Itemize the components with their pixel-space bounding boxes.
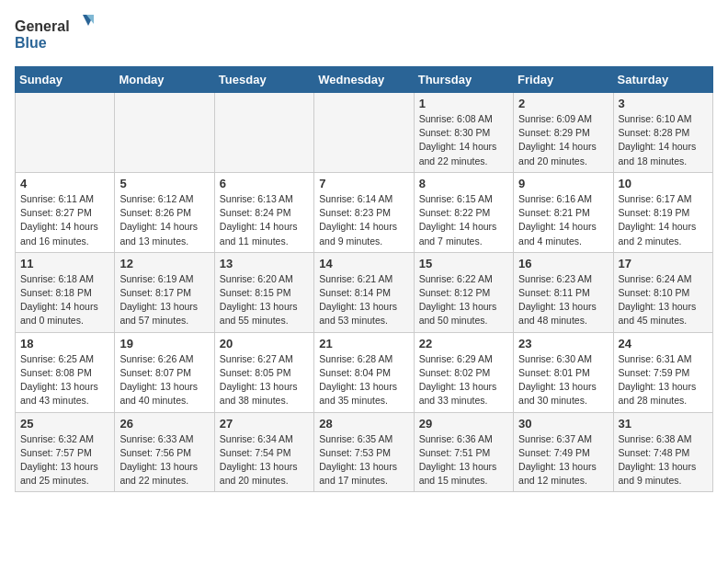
day-cell [115, 93, 214, 173]
day-cell [16, 93, 115, 173]
day-cell: 11Sunrise: 6:18 AMSunset: 8:18 PMDayligh… [16, 252, 115, 332]
day-number: 1 [419, 97, 508, 110]
day-number: 28 [319, 417, 408, 431]
header-monday: Monday [115, 67, 214, 93]
day-cell: 15Sunrise: 6:22 AMSunset: 8:12 PMDayligh… [414, 252, 513, 332]
page-header: General Blue [15, 15, 713, 55]
day-number: 22 [419, 337, 508, 350]
day-info: Sunrise: 6:12 AMSunset: 8:26 PMDaylight:… [119, 192, 209, 248]
day-cell: 29Sunrise: 6:36 AMSunset: 7:51 PMDayligh… [414, 412, 513, 492]
week-row-1: 1Sunrise: 6:08 AMSunset: 8:30 PMDaylight… [16, 93, 713, 173]
day-info: Sunrise: 6:28 AMSunset: 8:04 PMDaylight:… [319, 352, 408, 408]
day-cell: 24Sunrise: 6:31 AMSunset: 7:59 PMDayligh… [613, 332, 712, 412]
day-number: 23 [518, 337, 608, 350]
day-cell [314, 93, 414, 173]
day-cell: 1Sunrise: 6:08 AMSunset: 8:30 PMDaylight… [414, 93, 513, 173]
day-info: Sunrise: 6:08 AMSunset: 8:30 PMDaylight:… [419, 112, 508, 168]
day-info: Sunrise: 6:24 AMSunset: 8:10 PMDaylight:… [619, 272, 708, 328]
day-number: 19 [119, 337, 209, 350]
day-number: 13 [220, 257, 309, 270]
day-info: Sunrise: 6:18 AMSunset: 8:18 PMDaylight:… [20, 272, 109, 328]
header-tuesday: Tuesday [214, 67, 313, 93]
header-sunday: Sunday [16, 67, 115, 93]
day-info: Sunrise: 6:26 AMSunset: 8:07 PMDaylight:… [119, 352, 209, 408]
week-row-5: 25Sunrise: 6:32 AMSunset: 7:57 PMDayligh… [16, 412, 713, 492]
day-info: Sunrise: 6:37 AMSunset: 7:49 PMDaylight:… [518, 432, 608, 488]
day-info: Sunrise: 6:20 AMSunset: 8:15 PMDaylight:… [220, 272, 309, 328]
logo: General Blue [15, 15, 97, 55]
day-info: Sunrise: 6:23 AMSunset: 8:11 PMDaylight:… [518, 272, 608, 328]
day-info: Sunrise: 6:09 AMSunset: 8:29 PMDaylight:… [518, 112, 608, 168]
day-cell: 18Sunrise: 6:25 AMSunset: 8:08 PMDayligh… [16, 332, 115, 412]
day-info: Sunrise: 6:32 AMSunset: 7:57 PMDaylight:… [20, 432, 109, 488]
day-number: 8 [419, 177, 508, 190]
day-cell [214, 93, 313, 173]
day-info: Sunrise: 6:30 AMSunset: 8:01 PMDaylight:… [518, 352, 608, 408]
week-row-3: 11Sunrise: 6:18 AMSunset: 8:18 PMDayligh… [16, 252, 713, 332]
day-info: Sunrise: 6:13 AMSunset: 8:24 PMDaylight:… [220, 192, 309, 248]
day-cell: 17Sunrise: 6:24 AMSunset: 8:10 PMDayligh… [613, 252, 712, 332]
day-info: Sunrise: 6:15 AMSunset: 8:22 PMDaylight:… [419, 192, 508, 248]
day-cell: 3Sunrise: 6:10 AMSunset: 8:28 PMDaylight… [613, 93, 712, 173]
header-thursday: Thursday [414, 67, 513, 93]
day-info: Sunrise: 6:35 AMSunset: 7:53 PMDaylight:… [319, 432, 408, 488]
day-info: Sunrise: 6:25 AMSunset: 8:08 PMDaylight:… [20, 352, 109, 408]
day-number: 24 [619, 337, 708, 350]
day-cell: 2Sunrise: 6:09 AMSunset: 8:29 PMDaylight… [514, 93, 613, 173]
day-cell: 9Sunrise: 6:16 AMSunset: 8:21 PMDaylight… [514, 172, 613, 252]
header-friday: Friday [514, 67, 613, 93]
day-cell: 31Sunrise: 6:38 AMSunset: 7:48 PMDayligh… [613, 412, 712, 492]
day-number: 11 [20, 257, 109, 270]
day-number: 5 [119, 177, 209, 190]
day-number: 12 [119, 257, 209, 270]
day-cell: 5Sunrise: 6:12 AMSunset: 8:26 PMDaylight… [115, 172, 214, 252]
day-cell: 4Sunrise: 6:11 AMSunset: 8:27 PMDaylight… [16, 172, 115, 252]
day-cell: 30Sunrise: 6:37 AMSunset: 7:49 PMDayligh… [514, 412, 613, 492]
day-cell: 28Sunrise: 6:35 AMSunset: 7:53 PMDayligh… [314, 412, 414, 492]
day-number: 4 [20, 177, 109, 190]
day-cell: 20Sunrise: 6:27 AMSunset: 8:05 PMDayligh… [214, 332, 313, 412]
day-cell: 26Sunrise: 6:33 AMSunset: 7:56 PMDayligh… [115, 412, 214, 492]
day-info: Sunrise: 6:19 AMSunset: 8:17 PMDaylight:… [119, 272, 209, 328]
logo-svg: General Blue [15, 15, 97, 55]
day-cell: 10Sunrise: 6:17 AMSunset: 8:19 PMDayligh… [613, 172, 712, 252]
day-cell: 21Sunrise: 6:28 AMSunset: 8:04 PMDayligh… [314, 332, 414, 412]
day-number: 26 [119, 417, 209, 431]
day-number: 20 [220, 337, 309, 350]
day-info: Sunrise: 6:36 AMSunset: 7:51 PMDaylight:… [419, 432, 508, 488]
day-info: Sunrise: 6:29 AMSunset: 8:02 PMDaylight:… [419, 352, 508, 408]
day-info: Sunrise: 6:16 AMSunset: 8:21 PMDaylight:… [518, 192, 608, 248]
day-number: 6 [220, 177, 309, 190]
day-cell: 14Sunrise: 6:21 AMSunset: 8:14 PMDayligh… [314, 252, 414, 332]
day-number: 27 [220, 417, 309, 431]
day-number: 7 [319, 177, 408, 190]
week-row-2: 4Sunrise: 6:11 AMSunset: 8:27 PMDaylight… [16, 172, 713, 252]
day-cell: 7Sunrise: 6:14 AMSunset: 8:23 PMDaylight… [314, 172, 414, 252]
week-row-4: 18Sunrise: 6:25 AMSunset: 8:08 PMDayligh… [16, 332, 713, 412]
header-wednesday: Wednesday [314, 67, 414, 93]
day-cell: 8Sunrise: 6:15 AMSunset: 8:22 PMDaylight… [414, 172, 513, 252]
day-number: 10 [619, 177, 708, 190]
day-number: 29 [419, 417, 508, 431]
calendar-table: SundayMondayTuesdayWednesdayThursdayFrid… [15, 66, 713, 492]
day-cell: 27Sunrise: 6:34 AMSunset: 7:54 PMDayligh… [214, 412, 313, 492]
day-info: Sunrise: 6:17 AMSunset: 8:19 PMDaylight:… [619, 192, 708, 248]
day-cell: 16Sunrise: 6:23 AMSunset: 8:11 PMDayligh… [514, 252, 613, 332]
day-number: 14 [319, 257, 408, 270]
day-info: Sunrise: 6:31 AMSunset: 7:59 PMDaylight:… [619, 352, 708, 408]
day-info: Sunrise: 6:21 AMSunset: 8:14 PMDaylight:… [319, 272, 408, 328]
day-number: 30 [518, 417, 608, 431]
day-info: Sunrise: 6:38 AMSunset: 7:48 PMDaylight:… [619, 432, 708, 488]
day-number: 31 [619, 417, 708, 431]
calendar-header-row: SundayMondayTuesdayWednesdayThursdayFrid… [16, 67, 713, 93]
day-cell: 25Sunrise: 6:32 AMSunset: 7:57 PMDayligh… [16, 412, 115, 492]
day-info: Sunrise: 6:33 AMSunset: 7:56 PMDaylight:… [119, 432, 209, 488]
day-number: 2 [518, 97, 608, 110]
day-number: 16 [518, 257, 608, 270]
day-number: 17 [619, 257, 708, 270]
day-number: 21 [319, 337, 408, 350]
header-saturday: Saturday [613, 67, 712, 93]
day-cell: 6Sunrise: 6:13 AMSunset: 8:24 PMDaylight… [214, 172, 313, 252]
svg-text:General: General [15, 18, 70, 34]
day-cell: 23Sunrise: 6:30 AMSunset: 8:01 PMDayligh… [514, 332, 613, 412]
